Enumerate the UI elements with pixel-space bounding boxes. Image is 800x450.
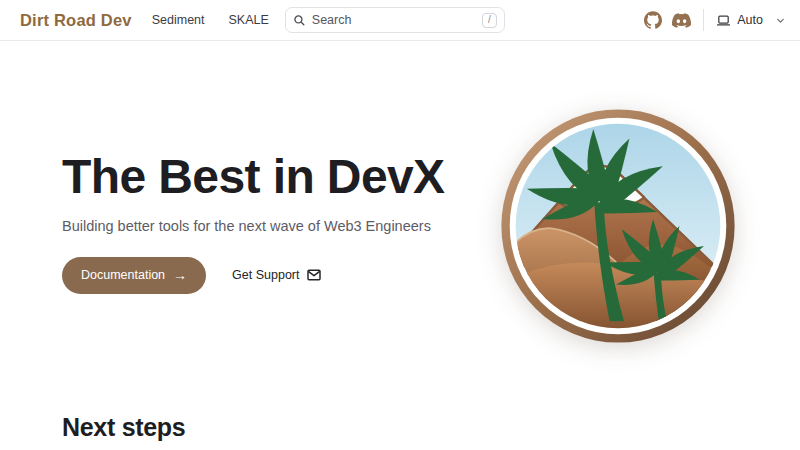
hero-content: The Best in DevX Building better tools f… (62, 150, 552, 294)
site-logo (499, 107, 737, 345)
theme-appearance-switcher[interactable]: Auto (712, 13, 790, 28)
main-nav: Sediment SKALE (152, 13, 269, 27)
github-icon[interactable] (639, 6, 667, 34)
search-input[interactable] (312, 13, 476, 27)
nav-item-skale[interactable]: SKALE (229, 13, 269, 27)
envelope-icon (306, 267, 322, 283)
hero-tagline: Building better tools for the next wave … (62, 218, 552, 234)
hero-actions: Documentation → Get Support (62, 257, 552, 294)
search-icon (293, 14, 306, 27)
get-support-button-label: Get Support (232, 268, 299, 282)
arrow-right-icon: → (173, 268, 187, 282)
nav-item-sediment[interactable]: Sediment (152, 13, 205, 27)
header-divider (703, 9, 704, 31)
documentation-button-label: Documentation (81, 268, 165, 282)
top-nav-bar: Dirt Road Dev Sediment SKALE / (0, 0, 800, 41)
chevron-down-icon (775, 15, 786, 26)
search-box[interactable]: / (285, 7, 505, 33)
monitor-icon (716, 13, 731, 28)
header-right-group: Auto (639, 6, 790, 34)
site-title[interactable]: Dirt Road Dev (20, 11, 132, 30)
next-steps-heading: Next steps (62, 413, 185, 442)
hero-title: The Best in DevX (62, 150, 552, 204)
slash-key-icon: / (482, 13, 497, 28)
get-support-button[interactable]: Get Support (232, 267, 322, 283)
theme-label: Auto (737, 13, 763, 27)
discord-icon[interactable] (667, 6, 695, 34)
documentation-button[interactable]: Documentation → (62, 257, 206, 294)
